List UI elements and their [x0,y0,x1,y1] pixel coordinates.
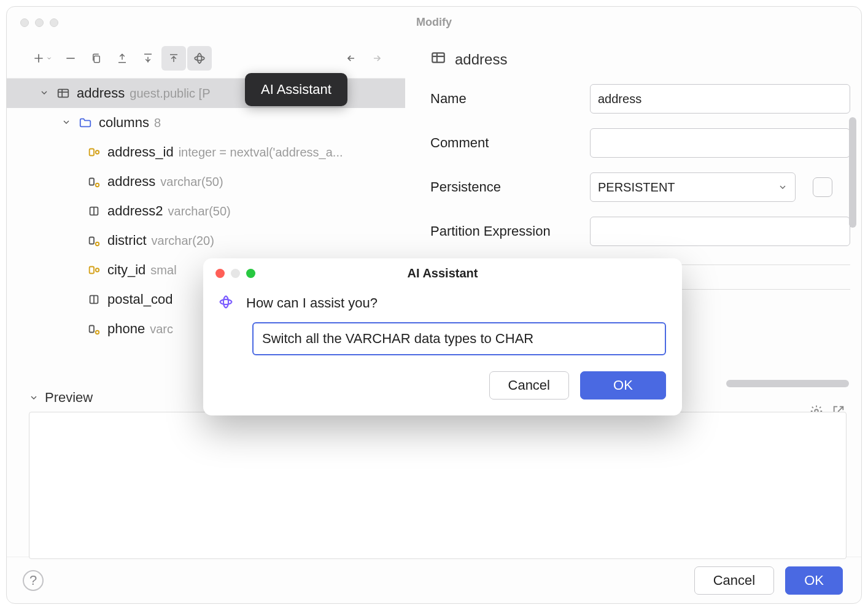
vertical-scrollbar[interactable] [849,117,856,228]
column-name: city_id [107,262,145,278]
window-title: Modify [7,16,861,29]
column-name: postal_cod [107,291,172,307]
form-row-persistence: Persistence PERSISTENT [430,172,850,202]
name-input[interactable] [590,84,850,114]
name-label: Name [430,91,590,107]
close-icon[interactable] [20,18,29,27]
tree-column-row[interactable]: district varchar(20) [7,226,405,255]
tree-table-meta: guest.public [P [130,87,210,101]
columns-count: 8 [154,116,161,130]
ai-dialog-title: AI Assistant [203,266,682,280]
cancel-button[interactable]: Cancel [694,566,774,595]
partition-input[interactable] [590,217,850,246]
chevron-down-icon[interactable] [34,85,55,101]
chevron-down-icon [778,182,788,192]
persistence-select[interactable]: PERSISTENT [590,172,796,202]
chevron-down-icon [29,393,39,403]
titlebar: Modify [7,7,861,39]
form-row-name: Name [430,84,850,114]
nav-back-button[interactable] [339,46,363,71]
column-name: district [107,233,147,249]
ai-actions: Cancel OK [203,371,682,415]
import-button[interactable] [136,46,160,71]
fk-column-icon [85,322,103,336]
svg-rect-9 [90,267,94,274]
persistence-value: PERSISTENT [598,180,675,195]
properties-header: address [430,50,850,69]
pin-top-button[interactable] [161,46,186,71]
persistence-label: Persistence [430,179,590,195]
svg-rect-7 [90,237,94,244]
ai-cancel-button[interactable]: Cancel [489,371,569,400]
svg-rect-4 [90,179,94,185]
column-type: varchar(50) [160,175,223,189]
svg-rect-12 [90,326,94,333]
column-icon [85,293,103,306]
ai-assistant-dialog: AI Assistant How can I assist you? Cance… [203,258,682,415]
fk-column-icon [85,175,103,188]
column-name: address_id [107,144,174,160]
ai-assistant-button[interactable] [187,46,212,71]
tree-column-row[interactable]: address2 varchar(50) [7,196,405,226]
column-type: smal [150,263,176,277]
svg-rect-0 [94,56,99,63]
svg-point-13 [96,331,99,334]
minimize-icon[interactable] [35,18,44,27]
partition-label: Partition Expression [430,223,590,239]
fk-column-icon [85,234,103,247]
folder-icon [77,116,94,129]
key-column-icon [85,145,103,159]
close-icon[interactable] [215,269,225,278]
properties-title: address [455,51,507,68]
column-name: address2 [107,203,163,219]
column-type: integer = nextval('address_a... [179,145,343,160]
column-name: phone [107,321,145,337]
svg-rect-14 [432,53,444,62]
export-button[interactable] [110,46,134,71]
tree-table-name: address [77,85,125,101]
column-type: varchar(20) [152,234,214,248]
tree-column-row[interactable]: address varchar(50) [7,167,405,196]
zoom-icon[interactable] [50,18,58,27]
svg-rect-1 [58,90,69,98]
persistence-checkbox[interactable] [813,177,832,197]
tree-columns-group[interactable]: columns 8 [7,108,405,137]
ai-traffic-lights [215,269,255,278]
chevron-down-icon[interactable] [56,115,77,131]
help-button[interactable]: ? [23,570,44,591]
toolbar [7,44,405,78]
ai-spiral-icon [218,294,234,312]
ai-input[interactable] [252,322,666,355]
preview-textarea[interactable] [29,412,847,559]
column-icon [85,204,103,218]
svg-point-5 [96,183,99,187]
form-row-comment: Comment [430,128,850,158]
ai-ok-button[interactable]: OK [580,371,666,400]
ai-body: How can I assist you? [203,288,682,371]
ai-prompt-text: How can I assist you? [246,295,378,311]
columns-label: columns [99,115,149,131]
preview-label: Preview [45,390,93,406]
table-icon [55,87,72,100]
svg-point-8 [96,242,99,246]
svg-point-3 [96,150,99,154]
table-icon [430,50,446,69]
column-type: varc [150,322,173,336]
comment-input[interactable] [590,128,850,158]
copy-button[interactable] [84,46,109,71]
remove-button[interactable] [58,46,83,71]
form-row-partition: Partition Expression [430,217,850,246]
ok-button[interactable]: OK [785,566,843,595]
minimize-icon[interactable] [231,269,240,278]
tree-column-row[interactable]: address_id integer = nextval('address_a.… [7,137,405,167]
ai-assistant-tooltip: AI Assistant [245,73,347,106]
column-name: address [107,174,155,190]
traffic-lights [20,18,58,27]
add-button[interactable] [28,46,57,71]
modify-dialog: Modify [6,6,862,604]
nav-forward-button[interactable] [365,46,389,71]
svg-point-10 [96,268,99,272]
zoom-icon[interactable] [246,269,255,278]
key-column-icon [85,263,103,277]
comment-label: Comment [430,135,590,151]
